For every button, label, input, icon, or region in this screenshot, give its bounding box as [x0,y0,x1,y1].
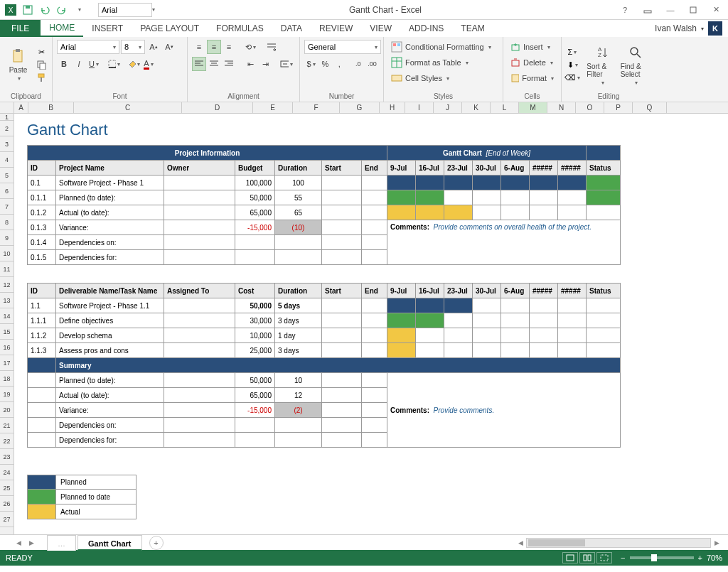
row-header[interactable]: 21 [0,418,14,433]
copy-icon[interactable] [35,59,48,70]
row-header[interactable]: 23 [0,449,14,465]
align-top-icon[interactable]: ≡ [192,40,206,54]
horizontal-scrollbar[interactable] [526,538,711,548]
row-header[interactable]: 20 [0,402,14,418]
column-header[interactable]: F [293,102,340,113]
tab-page-layout[interactable]: PAGE LAYOUT [132,20,208,37]
autosum-icon[interactable]: Σ▾ [566,46,579,58]
row-header[interactable]: 25 [0,480,14,496]
font-name-select[interactable]: Arial▾ [57,40,119,54]
column-header[interactable]: I [405,102,434,113]
table-row[interactable]: 0.1Software Project - Phase 1100,000100 [28,176,621,190]
page-break-view-icon[interactable] [596,552,612,563]
name-box[interactable]: Arial [98,3,152,17]
column-header[interactable]: B [28,102,74,113]
row-header[interactable]: 8 [0,215,14,230]
column-header[interactable]: L [491,102,519,113]
align-right-icon[interactable] [222,57,236,71]
user-account[interactable]: Ivan Walsh ▾ K [655,20,728,37]
row-header[interactable]: 14 [0,308,14,324]
column-header[interactable]: M [519,102,547,113]
wrap-text-icon[interactable] [264,40,279,54]
row-header[interactable]: 7 [0,199,14,215]
align-middle-icon[interactable]: ≡ [207,40,221,54]
save-icon[interactable] [20,2,36,18]
row-header[interactable]: 12 [0,277,14,293]
delete-cells-button[interactable]: Delete▾ [508,55,557,70]
font-size-select[interactable]: 8▾ [121,40,145,54]
column-header[interactable]: O [576,102,604,113]
table-row[interactable]: 1.1.2Develop schema10,0001 day [28,328,621,343]
row-header[interactable]: 9 [0,230,14,246]
decrease-font-icon[interactable]: A▾ [162,40,176,54]
format-cells-button[interactable]: Format▾ [508,71,557,85]
row-header[interactable]: 6 [0,183,14,199]
minimize-icon[interactable]: — [661,2,680,18]
column-header[interactable]: Q [633,102,667,113]
conditional-formatting-button[interactable]: Conditional Formatting▾ [388,40,498,54]
table-row[interactable]: 1.1.3Assess pros and cons25,0003 days [28,343,621,358]
tab-scroll-right-icon[interactable]: ▶ [26,537,37,549]
column-header[interactable]: K [462,102,491,113]
format-painter-icon[interactable] [35,72,48,83]
italic-button[interactable]: I [72,57,86,71]
maximize-icon[interactable] [684,2,702,18]
hscroll-left-icon[interactable]: ◀ [515,537,526,549]
column-header[interactable]: D [182,102,253,113]
increase-decimal-icon[interactable]: .0 [351,57,365,71]
table-row[interactable]: Planned (to date):50,00010Comments: Prov… [28,373,621,388]
font-color-button[interactable]: A▾ [141,57,156,71]
row-header[interactable]: 13 [0,293,14,308]
zoom-out-icon[interactable]: − [621,554,625,562]
table-row[interactable]: 0.1.1Planned (to date):50,00055 [28,190,621,205]
tab-insert[interactable]: INSERT [83,20,132,37]
find-select-button[interactable]: Find & Select▾ [621,38,651,91]
column-header[interactable]: H [380,102,405,113]
row-header[interactable]: 5 [0,168,14,183]
row-header[interactable]: 18 [0,371,14,387]
row-header[interactable]: 2 [0,121,14,136]
align-center-icon[interactable] [207,57,221,71]
column-headers[interactable]: ABCDEFGHIJKLMNOPQ [0,102,728,114]
row-header[interactable]: 16 [0,340,14,355]
row-header[interactable]: 11 [0,261,14,277]
zoom-in-icon[interactable]: + [698,554,702,562]
row-header[interactable]: 22 [0,433,14,449]
sheet-tab-gantt[interactable]: Gantt Chart [77,535,142,551]
table-row[interactable]: 0.1.2Actual (to date):65,00065 [28,205,621,220]
format-as-table-button[interactable]: Format as Table▾ [388,55,498,70]
clear-icon[interactable]: ⌫▾ [566,72,579,83]
tab-data[interactable]: DATA [272,20,311,37]
align-left-icon[interactable] [192,57,206,71]
tab-review[interactable]: REVIEW [311,20,361,37]
align-bottom-icon[interactable]: ≡ [222,40,236,54]
tab-addins[interactable]: ADD-INS [400,20,452,37]
paste-button[interactable]: Paste▾ [4,38,32,91]
close-icon[interactable]: ✕ [707,2,725,18]
table-row[interactable]: 0.1.3Variance:-15,000(10)Comments: Provi… [28,220,621,235]
column-header[interactable]: P [604,102,633,113]
sort-filter-button[interactable]: AZ Sort & Filter▾ [587,38,617,91]
cut-icon[interactable]: ✂ [35,46,48,58]
underline-button[interactable]: U▾ [87,57,101,71]
column-header[interactable]: A [14,102,28,113]
row-header[interactable]: 26 [0,496,14,512]
qat-customize-icon[interactable]: ▾ [71,2,87,18]
tab-team[interactable]: TEAM [452,20,493,37]
row-header[interactable]: 1 [0,114,14,121]
number-format-select[interactable]: General▾ [304,40,381,54]
tab-view[interactable]: VIEW [361,20,400,37]
help-icon[interactable]: ? [616,2,634,18]
row-header[interactable]: 3 [0,136,14,152]
zoom-level[interactable]: 70% [707,554,722,562]
undo-icon[interactable] [37,2,53,18]
zoom-slider[interactable] [630,556,694,559]
add-sheet-button[interactable]: + [149,536,164,550]
tab-home[interactable]: HOME [41,20,83,37]
comma-format-icon[interactable]: , [333,57,346,71]
increase-font-icon[interactable]: A▴ [146,40,161,54]
page-layout-view-icon[interactable] [579,552,595,563]
border-button[interactable]: ▾ [107,57,121,71]
row-header[interactable]: 17 [0,355,14,371]
excel-icon[interactable]: X [3,2,18,18]
